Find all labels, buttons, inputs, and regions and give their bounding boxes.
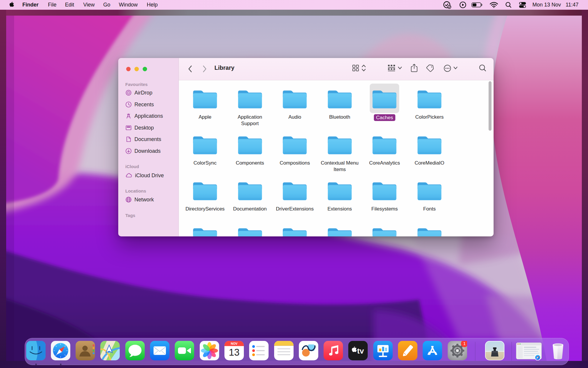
svg-text:NOV: NOV	[231, 342, 238, 345]
svg-text:1: 1	[463, 341, 466, 346]
svg-text:13: 13	[229, 347, 240, 358]
svg-text:tv: tv	[357, 347, 364, 355]
